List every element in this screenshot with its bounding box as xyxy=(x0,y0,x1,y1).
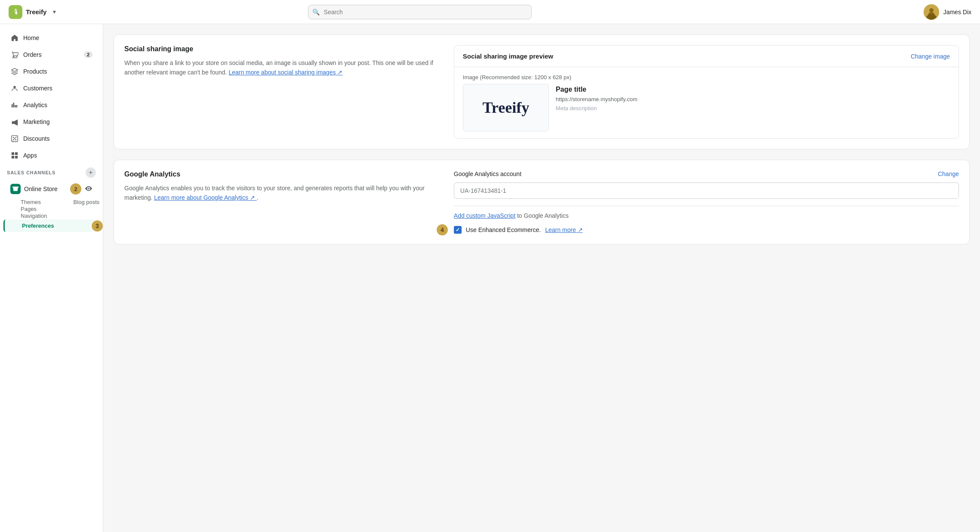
layout: Home Orders 2 Products Customers A xyxy=(0,24,980,532)
avatar-svg xyxy=(924,4,939,20)
orders-icon xyxy=(10,50,19,59)
shopify-icon xyxy=(9,5,22,19)
step-badge-3: 3 xyxy=(91,220,103,232)
svg-point-4 xyxy=(15,139,16,140)
google-analytics-desc: Google Analytics enables you to track th… xyxy=(124,183,440,203)
social-sharing-learn-more-link[interactable]: Learn more about social sharing images ↗ xyxy=(228,69,342,76)
change-image-link[interactable]: Change image xyxy=(911,53,950,60)
svg-point-1 xyxy=(929,8,934,12)
user-name: James Dix xyxy=(943,9,971,15)
user-menu[interactable]: James Dix xyxy=(924,4,971,20)
apps-icon xyxy=(10,151,19,160)
shopify-logo-svg xyxy=(11,8,20,16)
social-sharing-left: Social sharing image When you share a li… xyxy=(124,45,440,77)
dropdown-arrow-icon: ▼ xyxy=(52,9,57,15)
google-analytics-title: Google Analytics xyxy=(124,170,440,178)
online-store-icon xyxy=(10,184,21,194)
search-bar: 🔍 xyxy=(308,5,532,19)
sidebar-label-discounts: Discounts xyxy=(23,135,49,142)
ga-custom-js-row: Add custom JavaScript to Google Analytic… xyxy=(454,206,959,219)
google-analytics-learn-more-link[interactable]: Learn more about Google Analytics ↗ xyxy=(154,194,256,201)
main-content: Social sharing image When you share a li… xyxy=(103,24,980,532)
discounts-icon xyxy=(10,134,19,143)
brand[interactable]: Treeify ▼ xyxy=(9,5,112,19)
brand-name: Treeify xyxy=(26,8,46,15)
page-title-placeholder: Page title xyxy=(556,86,638,93)
svg-rect-9 xyxy=(15,156,18,158)
meta-desc-placeholder: Meta description xyxy=(556,105,638,111)
add-channel-button[interactable]: + xyxy=(86,167,96,178)
add-custom-js-link[interactable]: Add custom JavaScript xyxy=(454,212,515,219)
ga-account-input[interactable]: UA-167413481-1 xyxy=(454,182,959,199)
google-analytics-right: Google Analytics account Change UA-16741… xyxy=(454,170,959,234)
ga-account-row: Google Analytics account Change xyxy=(454,170,959,177)
sidebar-label-marketing: Marketing xyxy=(23,118,49,125)
online-store-name: Online Store xyxy=(24,186,67,192)
google-analytics-layout: Google Analytics Google Analytics enable… xyxy=(124,170,959,234)
sidebar-item-products[interactable]: Products xyxy=(3,63,99,80)
preview-image-row: Treeify Page title https://storename.mys… xyxy=(463,84,950,131)
sidebar-subitem-preferences[interactable]: Preferences xyxy=(3,220,99,232)
online-store-badge: 2 xyxy=(70,183,81,195)
treeify-logo: Treeify xyxy=(483,99,530,117)
svg-rect-8 xyxy=(12,156,14,158)
enhanced-ecommerce-row: 4 ✓ Use Enhanced Ecommerce. Learn more ↗ xyxy=(454,226,959,234)
social-sharing-desc: When you share a link to your store on s… xyxy=(124,58,440,77)
marketing-icon xyxy=(10,118,19,126)
enhanced-ecommerce-learn-more-link[interactable]: Learn more ↗ xyxy=(545,226,582,233)
products-icon xyxy=(10,67,19,76)
preview-logo-box: Treeify xyxy=(463,84,549,131)
image-label: Image (Recommended size: 1200 x 628 px) xyxy=(463,74,950,80)
google-analytics-left: Google Analytics Google Analytics enable… xyxy=(124,170,440,203)
sidebar-item-discounts[interactable]: Discounts xyxy=(3,130,99,147)
enhanced-ecommerce-label: Use Enhanced Ecommerce. xyxy=(466,226,541,233)
ga-account-label: Google Analytics account xyxy=(454,170,521,177)
sidebar-item-analytics[interactable]: Analytics xyxy=(3,97,99,113)
sales-channels-label: SALES CHANNELS xyxy=(7,170,55,175)
sidebar-label-analytics: Analytics xyxy=(23,102,47,108)
sidebar-item-marketing[interactable]: Marketing xyxy=(3,114,99,130)
sidebar-label-orders: Orders xyxy=(23,51,42,58)
sales-channels-header: SALES CHANNELS + xyxy=(0,164,103,179)
preview-content: Image (Recommended size: 1200 x 628 px) … xyxy=(454,67,958,138)
preview-meta: Page title https://storename.myshopify.c… xyxy=(556,84,638,131)
social-sharing-title: Social sharing image xyxy=(124,45,440,53)
preview-icon[interactable] xyxy=(85,185,92,194)
customers-icon xyxy=(10,84,19,93)
svg-point-3 xyxy=(13,137,14,138)
svg-rect-7 xyxy=(15,152,18,155)
enhanced-ecommerce-checkbox[interactable]: ✓ xyxy=(454,226,462,234)
ga-change-link[interactable]: Change xyxy=(938,170,959,177)
sidebar-item-orders[interactable]: Orders 2 xyxy=(3,46,99,63)
sidebar-item-apps[interactable]: Apps xyxy=(3,147,99,164)
sidebar-item-home[interactable]: Home xyxy=(3,30,99,46)
svg-rect-6 xyxy=(12,152,14,155)
social-sharing-layout: Social sharing image When you share a li… xyxy=(124,45,959,139)
orders-badge: 2 xyxy=(84,51,92,58)
avatar xyxy=(924,4,939,20)
preview-card-title: Social sharing image preview xyxy=(463,53,553,60)
sidebar-label-home: Home xyxy=(23,34,39,41)
search-input[interactable] xyxy=(308,5,532,19)
svg-point-2 xyxy=(13,86,15,88)
search-icon: 🔍 xyxy=(312,9,320,15)
social-sharing-preview-card: Social sharing image preview Change imag… xyxy=(454,45,959,139)
google-analytics-card: Google Analytics Google Analytics enable… xyxy=(114,160,970,244)
checkmark-icon: ✓ xyxy=(456,227,460,233)
social-sharing-card: Social sharing image When you share a li… xyxy=(114,34,970,149)
sidebar-label-customers: Customers xyxy=(23,85,52,92)
url-placeholder: https://storename.myshopify.com xyxy=(556,96,638,102)
preview-card-header: Social sharing image preview Change imag… xyxy=(454,46,958,67)
home-icon xyxy=(10,34,19,42)
step-badge-4: 4 xyxy=(436,223,449,236)
sidebar: Home Orders 2 Products Customers A xyxy=(0,24,103,532)
sidebar-item-customers[interactable]: Customers xyxy=(3,80,99,96)
sidebar-item-online-store[interactable]: Online Store 2 xyxy=(3,180,99,198)
sidebar-label-products: Products xyxy=(23,68,47,75)
topbar: Treeify ▼ 🔍 James Dix xyxy=(0,0,980,24)
sidebar-label-apps: Apps xyxy=(23,152,37,159)
analytics-icon xyxy=(10,101,19,109)
